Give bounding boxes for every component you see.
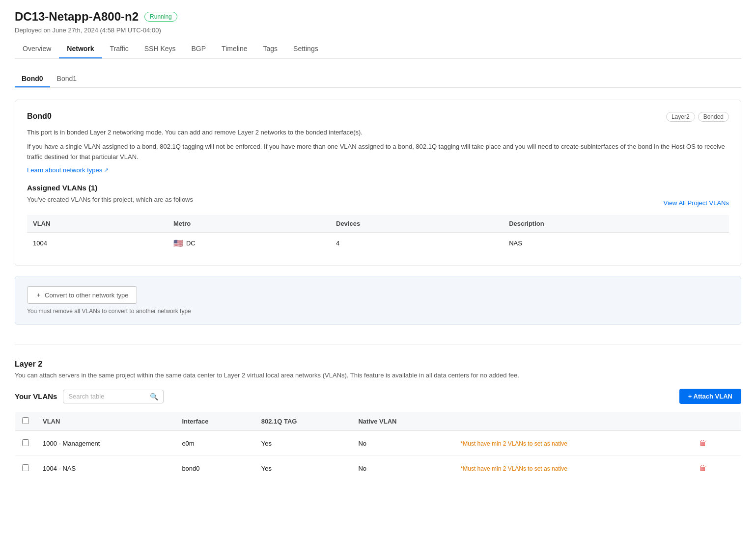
tab-settings[interactable]: Settings — [285, 40, 326, 58]
cell-vlan-1000: 1000 - Management — [36, 431, 175, 456]
cell-vlan: 1004 — [27, 233, 168, 254]
nav-tabs: Overview Network Traffic SSH Keys BGP Ti… — [15, 40, 741, 59]
cell-metro: 🇺🇸 DC — [168, 233, 330, 254]
row-checkbox-1004[interactable] — [22, 464, 29, 471]
table-row: 1004 🇺🇸 DC 4 NAS — [27, 233, 729, 254]
cell-native-1004: No — [351, 456, 453, 481]
cell-interface-1000: e0m — [175, 431, 254, 456]
assigned-vlans-title: Assigned VLANs (1) — [27, 184, 729, 192]
cell-warn-1000: *Must have min 2 VLANs to set as native — [454, 431, 691, 456]
plus-icon: ＋ — [35, 291, 42, 299]
flag-icon: 🇺🇸 — [173, 239, 183, 248]
col-warning — [454, 412, 691, 431]
tab-bgp[interactable]: BGP — [184, 40, 214, 58]
your-vlans-left: Your VLANs 🔍 — [15, 390, 164, 403]
delete-button-1004[interactable]: 🗑 — [697, 462, 709, 475]
search-icon: 🔍 — [150, 393, 158, 400]
sub-tab-bond1[interactable]: Bond1 — [50, 71, 84, 87]
col-actions — [690, 412, 741, 431]
tab-overview[interactable]: Overview — [15, 40, 59, 58]
convert-button[interactable]: ＋ Convert to other network type — [27, 286, 137, 304]
sub-tab-bond0[interactable]: Bond0 — [15, 71, 50, 87]
search-box[interactable]: 🔍 — [63, 390, 164, 403]
row-checkbox-1[interactable] — [22, 439, 29, 446]
layer2-title: Layer 2 — [15, 360, 741, 369]
bond0-desc2: If you have a single VLAN assigned to a … — [27, 142, 729, 162]
table-row: 1004 - NAS bond0 Yes No *Must have min 2… — [15, 456, 741, 481]
col-8021q-tag: 802.1Q TAG — [254, 412, 352, 431]
learn-link[interactable]: Learn about network types ↗ — [27, 166, 109, 174]
convert-section: ＋ Convert to other network type You must… — [15, 276, 741, 325]
cell-8021q-1000: Yes — [254, 431, 352, 456]
col-select-all[interactable] — [15, 412, 36, 431]
delete-button-1000[interactable]: 🗑 — [697, 437, 709, 450]
tab-timeline[interactable]: Timeline — [214, 40, 255, 58]
table-row: 1000 - Management e0m Yes No *Must have … — [15, 431, 741, 456]
col-interface: Interface — [175, 412, 254, 431]
cell-warn-1004: *Must have min 2 VLANs to set as native — [454, 456, 691, 481]
view-all-vlans-link[interactable]: View All Project VLANs — [664, 199, 729, 207]
divider — [15, 345, 741, 345]
bond0-desc1: This port is in bonded Layer 2 networkin… — [27, 128, 729, 138]
vlans-desc: You've created VLANs for this project, w… — [27, 196, 193, 203]
tab-network[interactable]: Network — [59, 40, 102, 58]
your-vlans-label: Your VLANs — [15, 392, 57, 400]
col-native-vlan: Native VLAN — [351, 412, 453, 431]
layer2-desc: You can attach servers in the same proje… — [15, 372, 741, 379]
col-metro: Metro — [168, 215, 330, 233]
cell-description: NAS — [503, 233, 729, 254]
bond0-card-title: Bond0 — [27, 112, 52, 121]
select-all-checkbox[interactable] — [22, 417, 29, 424]
attach-vlan-button[interactable]: + Attach VLAN — [679, 389, 741, 404]
sub-tabs: Bond0 Bond1 — [15, 71, 741, 88]
deploy-info: Deployed on June 27th, 2024 (4:58 PM UTC… — [15, 27, 741, 34]
tab-ssh-keys[interactable]: SSH Keys — [137, 40, 184, 58]
col-devices: Devices — [330, 215, 503, 233]
search-input[interactable] — [68, 393, 147, 400]
cell-vlan-1004: 1004 - NAS — [36, 456, 175, 481]
cell-native-1000: No — [351, 431, 453, 456]
cell-8021q-1004: Yes — [254, 456, 352, 481]
convert-note: You must remove all VLANs to convert to … — [27, 308, 729, 315]
your-vlans-header: Your VLANs 🔍 + Attach VLAN — [15, 389, 741, 404]
card-header: Bond0 Layer2 Bonded — [27, 112, 729, 122]
tab-tags[interactable]: Tags — [255, 40, 286, 58]
external-link-icon: ↗ — [104, 167, 109, 173]
col-vlan-name: VLAN — [36, 412, 175, 431]
col-description: Description — [503, 215, 729, 233]
layer2-section: Layer 2 You can attach servers in the sa… — [15, 360, 741, 481]
your-vlans-table: VLAN Interface 802.1Q TAG Native VLAN 10… — [15, 412, 741, 481]
layer2-badge: Layer2 — [666, 112, 695, 122]
vlans-header: You've created VLANs for this project, w… — [27, 196, 729, 210]
bond0-card: Bond0 Layer2 Bonded This port is in bond… — [15, 100, 741, 266]
col-vlan: VLAN — [27, 215, 168, 233]
cell-interface-1004: bond0 — [175, 456, 254, 481]
page-header: DC13-Netapp-A800-n2 Running Deployed on … — [15, 10, 741, 34]
cell-devices: 4 — [330, 233, 503, 254]
badge-group: Layer2 Bonded — [666, 112, 729, 122]
status-badge: Running — [144, 12, 177, 22]
assigned-vlans-table: VLAN Metro Devices Description 1004 🇺🇸 D… — [27, 215, 729, 254]
tab-traffic[interactable]: Traffic — [102, 40, 137, 58]
page-title: DC13-Netapp-A800-n2 — [15, 10, 139, 24]
bonded-badge: Bonded — [698, 112, 729, 122]
